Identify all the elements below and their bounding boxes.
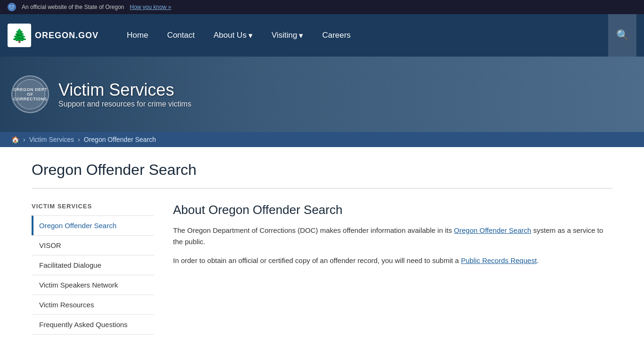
nav-bar: 🌲 OREGON.GOV Home Contact About Us ▾ Vis… (0, 14, 644, 57)
nav-careers[interactable]: Careers (313, 14, 360, 57)
hero-title: Victim Services (58, 80, 191, 100)
article-para2: In order to obtain an official or certif… (173, 255, 612, 266)
nav-about-label: About Us (214, 31, 247, 40)
sidebar-link-facilitated-dialogue[interactable]: Facilitated Dialogue (32, 255, 154, 275)
nav-about[interactable]: About Us ▾ (204, 14, 262, 57)
content-layout: VICTIM SERVICES Oregon Offender Search V… (32, 203, 612, 335)
site-logo[interactable]: 🌲 OREGON.GOV (8, 24, 99, 47)
search-button[interactable]: 🔍 (608, 14, 636, 57)
sidebar-link-offender-search[interactable]: Oregon Offender Search (33, 216, 154, 235)
nav-visiting[interactable]: Visiting ▾ (262, 14, 313, 57)
breadcrumb-current: Oregon Offender Search (84, 136, 156, 143)
sidebar-link-faq[interactable]: Frequently Asked Questions (32, 315, 154, 334)
content-divider (32, 188, 612, 189)
article-para2-prefix: In order to obtain an official or certif… (173, 256, 461, 264)
offender-search-link[interactable]: Oregon Offender Search (454, 226, 531, 234)
breadcrumb-parent[interactable]: Victim Services (29, 136, 74, 143)
breadcrumb: 🏠 › Victim Services › Oregon Offender Se… (0, 132, 644, 147)
sidebar-item-victim-resources[interactable]: Victim Resources (32, 295, 154, 314)
hero-banner: OREGON DEPT OF CORRECTIONS Victim Servic… (0, 57, 644, 132)
breadcrumb-home[interactable]: 🏠 (11, 136, 19, 143)
hero-text: Victim Services Support and resources fo… (58, 80, 191, 108)
logo-text: OREGON.GOV (35, 31, 99, 41)
official-text: An official website of the State of Oreg… (22, 4, 124, 10)
public-records-link[interactable]: Public Records Request (461, 256, 537, 264)
official-icon: 🛡 (8, 3, 16, 11)
hero-badge-inner: OREGON DEPT OF CORRECTIONS (15, 79, 45, 109)
search-icon: 🔍 (616, 29, 629, 41)
tree-icon: 🌲 (11, 28, 28, 43)
nav-contact[interactable]: Contact (157, 14, 204, 57)
sidebar-item-facilitated-dialogue[interactable]: Facilitated Dialogue (32, 255, 154, 275)
hero-subtitle: Support and resources for crime victims (58, 100, 191, 108)
top-bar: 🛡 An official website of the State of Or… (0, 0, 644, 14)
logo-icon: 🌲 (8, 24, 31, 47)
chevron-down-icon-2: ▾ (299, 31, 303, 41)
nav-contact-label: Contact (167, 31, 195, 40)
page-title: Oregon Offender Search (32, 161, 612, 179)
sidebar-item-offender-search[interactable]: Oregon Offender Search (32, 215, 154, 235)
nav-visiting-label: Visiting (272, 31, 297, 40)
sidebar-link-victim-speakers[interactable]: Victim Speakers Network (32, 275, 154, 295)
sidebar-title: VICTIM SERVICES (32, 203, 154, 210)
how-you-know-link[interactable]: How you know » (130, 4, 171, 10)
sidebar-link-victim-resources[interactable]: Victim Resources (32, 295, 154, 314)
sidebar-link-visor[interactable]: VISOR (32, 236, 154, 255)
hero-content: OREGON DEPT OF CORRECTIONS Victim Servic… (0, 75, 203, 113)
sidebar-item-visor[interactable]: VISOR (32, 235, 154, 255)
article-para1: The Oregon Department of Corrections (DO… (173, 225, 612, 247)
article: About Oregon Offender Search The Oregon … (173, 203, 612, 335)
nav-home-label: Home (127, 31, 148, 40)
article-heading: About Oregon Offender Search (173, 203, 612, 217)
breadcrumb-sep-1: › (23, 136, 25, 143)
nav-items: Home Contact About Us ▾ Visiting ▾ Caree… (117, 14, 608, 57)
sidebar: VICTIM SERVICES Oregon Offender Search V… (32, 203, 154, 335)
sidebar-nav: Oregon Offender Search VISOR Facilitated… (32, 215, 154, 335)
hero-badge: OREGON DEPT OF CORRECTIONS (11, 75, 49, 113)
main-content: Oregon Offender Search VICTIM SERVICES O… (20, 147, 624, 349)
badge-text: OREGON DEPT OF CORRECTIONS (13, 87, 47, 101)
nav-careers-label: Careers (322, 31, 350, 40)
article-para2-suffix: . (537, 256, 539, 264)
nav-home[interactable]: Home (117, 14, 157, 57)
article-para1-prefix: The Oregon Department of Corrections (DO… (173, 226, 454, 234)
chevron-down-icon: ▾ (248, 31, 253, 41)
sidebar-item-victim-speakers[interactable]: Victim Speakers Network (32, 275, 154, 295)
sidebar-item-faq[interactable]: Frequently Asked Questions (32, 314, 154, 335)
breadcrumb-sep-2: › (78, 136, 80, 143)
